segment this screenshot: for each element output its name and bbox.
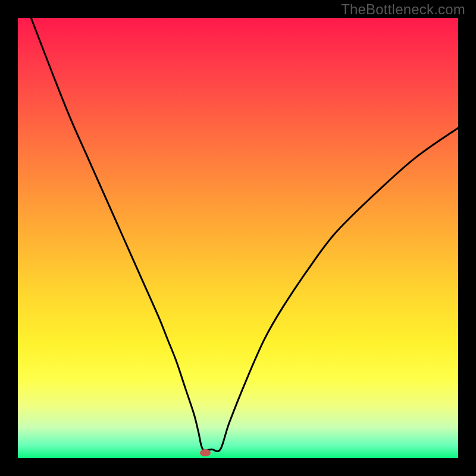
chart-frame: TheBottleneck.com	[0, 0, 476, 476]
curve-svg	[18, 18, 458, 458]
data-marker	[200, 449, 211, 456]
watermark-label: TheBottleneck.com	[341, 1, 465, 18]
curve-path	[31, 18, 458, 451]
